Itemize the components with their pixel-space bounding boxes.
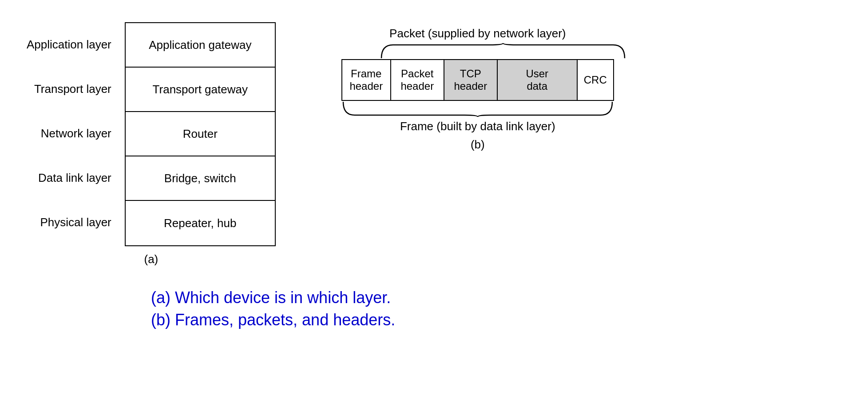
frame-boxes: Frame headerPacket headerTCP headerUser … bbox=[341, 59, 614, 101]
layer-label: Transport layer bbox=[27, 67, 116, 111]
devices-table: Application gatewayTransport gatewayRout… bbox=[125, 22, 276, 246]
layer-label: Network layer bbox=[27, 111, 116, 156]
captions: (a) Which device is in which layer.(b) F… bbox=[151, 288, 841, 329]
device-cell: Transport gateway bbox=[126, 68, 275, 112]
layer-labels: Application layerTransport layerNetwork … bbox=[27, 22, 116, 246]
table-container: Application layerTransport layerNetwork … bbox=[27, 22, 276, 246]
layer-label: Physical layer bbox=[27, 200, 116, 244]
layer-label: Application layer bbox=[27, 22, 116, 67]
device-cell: Repeater, hub bbox=[126, 201, 275, 245]
frame-cell: TCP header bbox=[444, 60, 498, 100]
frame-cell: CRC bbox=[578, 60, 613, 100]
layer-label: Data link layer bbox=[27, 156, 116, 200]
frame-label: Frame (built by data link layer) bbox=[400, 120, 555, 133]
diagram-a-label: (a) bbox=[144, 252, 159, 266]
frame-cell: User data bbox=[498, 60, 578, 100]
device-cell: Bridge, switch bbox=[126, 156, 275, 201]
diagrams-row: Application layerTransport layerNetwork … bbox=[27, 22, 841, 266]
diagram-b: Packet (supplied by network layer) Frame… bbox=[329, 27, 626, 152]
device-cell: Application gateway bbox=[126, 23, 275, 68]
device-cell: Router bbox=[126, 112, 275, 156]
diagram-b-label: (b) bbox=[471, 138, 485, 152]
diagram-a: Application layerTransport layerNetwork … bbox=[27, 22, 276, 266]
caption-line: (a) Which device is in which layer. bbox=[151, 288, 841, 307]
frame-cell: Packet header bbox=[391, 60, 444, 100]
packet-label: Packet (supplied by network layer) bbox=[389, 27, 566, 40]
main-container: Application layerTransport layerNetwork … bbox=[0, 0, 868, 412]
frame-cell: Frame header bbox=[342, 60, 391, 100]
caption-line: (b) Frames, packets, and headers. bbox=[151, 311, 841, 329]
